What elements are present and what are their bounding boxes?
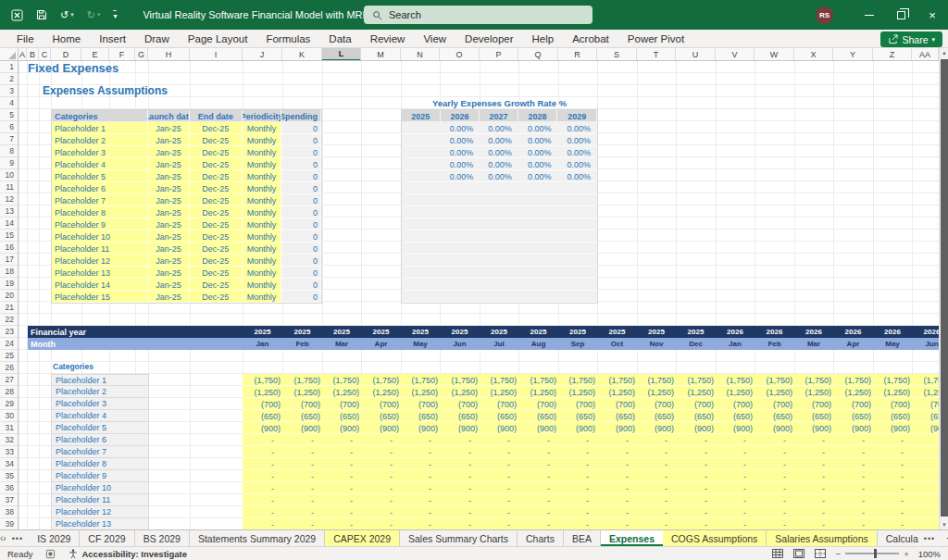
- sheet-tab-capex-2029[interactable]: CAPEX 2029: [325, 530, 400, 546]
- monthly-value-cell[interactable]: (900): [558, 422, 597, 434]
- column-header-D[interactable]: D: [51, 48, 81, 61]
- monthly-value-cell[interactable]: -: [755, 506, 794, 518]
- monthly-value-cell[interactable]: (1,250): [440, 386, 480, 398]
- zoom-level[interactable]: 100%: [918, 549, 941, 559]
- month-cell[interactable]: Mar: [794, 338, 833, 350]
- monthly-value-cell[interactable]: -: [637, 506, 676, 518]
- assumptions-cell[interactable]: 0: [281, 146, 321, 158]
- monthly-value-cell[interactable]: (700): [676, 398, 716, 410]
- assumptions-cell[interactable]: Dec-25: [190, 279, 243, 291]
- monthly-value-cell[interactable]: (700): [833, 398, 873, 410]
- assumptions-cell[interactable]: 0: [281, 255, 321, 267]
- monthly-value-cell[interactable]: -: [676, 518, 716, 529]
- assumptions-cell[interactable]: 0: [281, 218, 321, 230]
- sheet-tab-cogs-assumptions[interactable]: COGS Assumptions: [663, 530, 767, 546]
- select-all-corner[interactable]: [0, 48, 19, 61]
- monthly-value-cell[interactable]: (1,750): [322, 374, 361, 386]
- row-header-14[interactable]: 14: [0, 218, 18, 230]
- growth-year-header-cell[interactable]: 2028: [518, 110, 558, 122]
- monthly-value-cell[interactable]: -: [833, 458, 873, 470]
- assumptions-cell[interactable]: 0: [281, 206, 321, 218]
- assumptions-header-cell[interactable]: End date: [190, 110, 243, 122]
- row-header-5[interactable]: 5: [0, 109, 18, 121]
- monthly-value-cell[interactable]: (1,750): [597, 374, 637, 386]
- monthly-value-cell[interactable]: (1,750): [676, 374, 716, 386]
- monthly-value-cell[interactable]: -: [558, 470, 597, 482]
- monthly-value-cell[interactable]: -: [361, 470, 401, 482]
- monthly-value-cell[interactable]: (900): [243, 422, 282, 434]
- sheet-tab-charts[interactable]: Charts: [518, 530, 564, 546]
- monthly-value-cell[interactable]: -: [518, 482, 558, 494]
- assumptions-cell[interactable]: Dec-25: [190, 122, 243, 134]
- monthly-value-cell[interactable]: (1,750): [873, 374, 912, 386]
- assumptions-cell[interactable]: Placeholder 6: [52, 182, 148, 194]
- assumptions-cell[interactable]: Jan-25: [148, 158, 190, 170]
- assumptions-cell[interactable]: 0: [281, 291, 321, 303]
- year-cell[interactable]: 2026: [794, 326, 833, 338]
- monthly-value-cell[interactable]: -: [322, 434, 361, 446]
- column-header-U[interactable]: U: [676, 48, 716, 61]
- assumptions-cell[interactable]: Jan-25: [148, 230, 190, 243]
- monthly-value-cell[interactable]: -: [282, 434, 322, 446]
- monthly-value-cell[interactable]: -: [794, 518, 833, 529]
- monthly-value-cell[interactable]: -: [518, 494, 558, 506]
- row-header-11[interactable]: 11: [0, 181, 18, 193]
- monthly-value-cell[interactable]: -: [597, 518, 637, 529]
- monthly-value-cell[interactable]: (1,250): [558, 386, 597, 398]
- ribbon-tab-view[interactable]: View: [414, 31, 455, 46]
- year-cell[interactable]: 2025: [480, 326, 518, 338]
- monthly-value-cell[interactable]: -: [440, 518, 480, 529]
- assumptions-cell[interactable]: Jan-25: [148, 206, 190, 218]
- column-header-J[interactable]: J: [243, 48, 282, 61]
- growth-cell[interactable]: 0.00%: [557, 170, 597, 182]
- assumptions-cell[interactable]: Monthly: [243, 243, 282, 255]
- monthly-value-cell[interactable]: (700): [322, 398, 361, 410]
- column-header-B[interactable]: B: [27, 48, 39, 61]
- monthly-category-cell[interactable]: Placeholder 9: [51, 470, 149, 482]
- monthly-value-cell[interactable]: (650): [361, 410, 401, 422]
- month-cell[interactable]: Apr: [833, 338, 873, 350]
- monthly-value-cell[interactable]: -: [480, 446, 518, 458]
- growth-cell[interactable]: 0.00%: [480, 122, 518, 134]
- monthly-value-cell[interactable]: -: [401, 470, 440, 482]
- monthly-value-cell[interactable]: -: [480, 494, 518, 506]
- assumptions-cell[interactable]: Placeholder 10: [52, 230, 148, 243]
- monthly-value-cell[interactable]: -: [716, 482, 755, 494]
- redo-caret-icon[interactable]: ▾: [97, 11, 101, 19]
- column-header-AA[interactable]: AA: [912, 48, 939, 61]
- assumptions-cell[interactable]: Placeholder 8: [52, 206, 148, 218]
- monthly-value-cell[interactable]: -: [833, 518, 873, 529]
- month-cell[interactable]: Jun: [440, 338, 480, 350]
- assumptions-cell[interactable]: Monthly: [243, 158, 282, 170]
- growth-year-header-cell[interactable]: 2027: [480, 110, 518, 122]
- growth-cell[interactable]: [402, 291, 597, 303]
- monthly-value-cell[interactable]: (900): [676, 422, 716, 434]
- monthly-value-cell[interactable]: -: [873, 458, 912, 470]
- monthly-value-cell[interactable]: (900): [755, 422, 794, 434]
- column-header-Q[interactable]: Q: [518, 48, 558, 61]
- sheet-more-left-icon[interactable]: •••: [6, 530, 29, 546]
- monthly-value-cell[interactable]: -: [912, 434, 939, 446]
- year-cell[interactable]: 2025: [282, 326, 322, 338]
- assumptions-cell[interactable]: Dec-25: [190, 146, 243, 158]
- row-header-38[interactable]: 38: [0, 506, 18, 518]
- growth-cell[interactable]: 0.00%: [441, 122, 480, 134]
- monthly-value-cell[interactable]: (900): [401, 422, 440, 434]
- close-button[interactable]: ×: [917, 0, 948, 30]
- monthly-value-cell[interactable]: (650): [282, 410, 322, 422]
- monthly-value-cell[interactable]: (1,750): [282, 374, 322, 386]
- month-cell[interactable]: Jan: [243, 338, 282, 350]
- assumptions-cell[interactable]: Monthly: [243, 255, 282, 267]
- customize-toolbar-icon[interactable]: ▾: [113, 10, 117, 20]
- assumptions-header-cell[interactable]: Periodicity: [243, 110, 282, 122]
- vertical-scrollbar[interactable]: ▲ ▼: [939, 48, 948, 529]
- year-cell[interactable]: 2026: [755, 326, 794, 338]
- column-header-P[interactable]: P: [480, 48, 518, 61]
- assumptions-cell[interactable]: Placeholder 2: [52, 134, 148, 146]
- row-header-39[interactable]: 39: [0, 518, 18, 529]
- column-header-H[interactable]: H: [148, 48, 190, 61]
- year-cell[interactable]: 2025: [243, 326, 282, 338]
- column-header-C[interactable]: C: [39, 48, 51, 61]
- row-header-24[interactable]: 24: [0, 338, 18, 350]
- monthly-value-cell[interactable]: -: [518, 434, 558, 446]
